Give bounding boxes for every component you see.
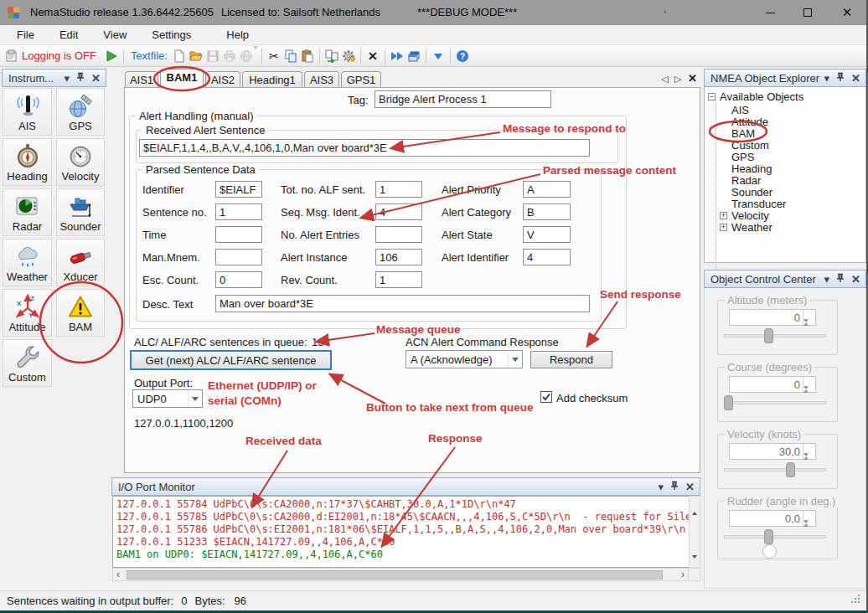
sidebar-item-velocity[interactable]: Velocity [56,138,105,186]
sidebar-item-weather[interactable]: Weather [3,239,52,286]
panel-menu-icon[interactable]: ▾ [65,72,70,85]
velocity-slider-track[interactable] [724,468,826,471]
print-icon[interactable] [221,48,238,64]
globe-icon[interactable] [238,48,255,64]
open-file-icon[interactable] [188,48,204,64]
desc-text-field[interactable]: Man over board*3E [215,295,590,312]
sidebar-item-custom[interactable]: Custom [3,339,52,387]
logging-icon[interactable] [3,48,20,64]
monitor-vscrollbar[interactable] [689,496,700,568]
tree-item-velocity[interactable]: Velocity [731,209,769,222]
minimize-button[interactable] [751,0,789,25]
sidebar-item-ais[interactable]: AIS [3,88,52,136]
spin-down-icon[interactable] [803,322,815,335]
fast-forward-icon[interactable] [389,48,406,64]
close-panel-icon[interactable]: ✕ [851,72,860,85]
course-slider-thumb[interactable] [724,395,733,410]
no-alert-entries-field[interactable] [375,226,422,243]
tree-item-custom[interactable]: Custom [731,139,769,152]
close-button[interactable]: ✕ [828,0,866,25]
start-simulation-icon[interactable] [103,48,120,64]
dropdown-triangle-icon[interactable] [430,48,447,64]
tree-item-bam[interactable]: BAM [731,127,755,140]
cut-icon[interactable]: ✂ [266,48,282,64]
tree-root-available-objects[interactable]: Available Objects [720,90,803,103]
transfer-sentences-icon[interactable] [323,48,340,64]
tree-item-sounder[interactable]: Sounder [731,186,772,198]
pin-icon[interactable] [76,72,85,85]
tab-bam1[interactable]: BAM1 [160,69,204,88]
seq-msg-field[interactable]: 4 [375,203,422,220]
spin-down-icon[interactable] [803,389,815,402]
sentence-no-field[interactable]: 1 [215,203,262,220]
rudder-midship-knob[interactable] [762,544,777,559]
tab-close-icon[interactable]: ✕ [688,72,697,85]
help-icon[interactable]: ? [454,48,471,64]
sidebar-item-attitude[interactable]: XZY Attitude [3,289,52,337]
sidebar-item-xducer[interactable]: Xducer [56,239,105,286]
resize-grip[interactable] [851,595,861,607]
panel-menu-icon[interactable]: ▾ [824,72,830,85]
tree-item-gps[interactable]: GPS [731,151,754,163]
options-gear-icon[interactable] [340,48,357,64]
tree-item-heading[interactable]: Heading [731,162,772,175]
paste-icon[interactable] [299,48,316,64]
tree-item-ais[interactable]: AIS [731,104,749,116]
hscroll-thumb[interactable] [127,570,663,580]
expand-icon[interactable]: + [720,224,727,231]
menu-file[interactable]: File [7,26,44,44]
course-spinner[interactable]: 0 [729,376,816,393]
alert-identifier-field[interactable]: 4 [523,249,571,265]
tab-scroll-right-icon[interactable]: ▷ [674,74,681,85]
tree-item-attitude[interactable]: Attitude [731,116,768,128]
time-field[interactable] [215,226,262,243]
tab-gps1[interactable]: GPS1 [341,71,381,88]
get-next-sentence-button[interactable]: Get (next) ALC/ ALF/ARC sentence [130,350,332,370]
alert-state-field[interactable]: V [523,226,571,243]
tree-item-radar[interactable]: Radar [731,174,761,187]
sidebar-item-bam[interactable]: BAM [56,289,105,337]
sidebar-item-radar[interactable]: Radar [3,188,52,236]
scroll-left-icon[interactable]: ‹ [116,569,120,580]
alert-priority-field[interactable]: A [523,181,571,198]
save-file-icon[interactable] [204,48,221,64]
tab-ais1[interactable]: AIS1 [125,71,158,88]
pin-icon[interactable] [670,481,679,493]
logging-status-label[interactable]: Logging is OFF [22,49,96,62]
man-mnem-field[interactable] [215,249,262,265]
alert-category-field[interactable]: B [523,203,571,220]
monitor-hscrollbar[interactable]: ‹ › [112,568,689,581]
sidebar-item-sounder[interactable]: Sounder [56,188,105,236]
altitude-spinner[interactable]: 0 [729,309,816,326]
expand-icon[interactable]: − [708,93,716,100]
course-slider-track[interactable] [724,401,826,404]
altitude-slider-track[interactable] [724,334,826,337]
rev-count-field[interactable]: 1 [375,271,422,288]
panel-menu-icon[interactable]: ▾ [824,273,830,286]
expand-icon[interactable]: + [720,212,727,219]
esc-count-field[interactable]: 0 [215,271,262,288]
copy-icon[interactable] [282,48,299,64]
alert-instance-field[interactable]: 106 [375,249,422,265]
tag-input[interactable]: Bridge Alert Process 1 [375,90,551,108]
respond-button[interactable]: Respond [530,351,612,368]
io-monitor-log[interactable]: 127.0.0.1 55784 UdPbC\0\s:CA2000,n:17*37… [112,496,689,568]
menu-view[interactable]: View [93,26,137,44]
pin-icon[interactable] [836,72,845,85]
menu-settings[interactable]: Settings [142,26,201,44]
sidebar-item-gps[interactable]: GPS [56,88,105,136]
tab-ais3[interactable]: AIS3 [304,71,339,88]
altitude-slider-thumb[interactable] [764,328,773,343]
tab-ais2[interactable]: AIS2 [205,71,240,88]
window-cascade-icon[interactable] [406,48,422,64]
velocity-slider-thumb[interactable] [786,462,795,477]
spin-down-icon[interactable] [803,456,815,469]
menu-edit[interactable]: Edit [49,26,88,44]
rudder-slider-track[interactable] [724,535,826,538]
tot-alf-field[interactable]: 1 [375,181,422,198]
scroll-right-icon[interactable]: › [681,569,685,580]
received-sentence-input[interactable]: $EIALF,1,1,4,,B,A,V,,4,106,1,0,Man over … [139,139,590,157]
spin-down-icon[interactable] [803,523,815,536]
new-file-icon[interactable] [171,48,188,64]
tree-item-weather[interactable]: Weather [731,221,772,234]
